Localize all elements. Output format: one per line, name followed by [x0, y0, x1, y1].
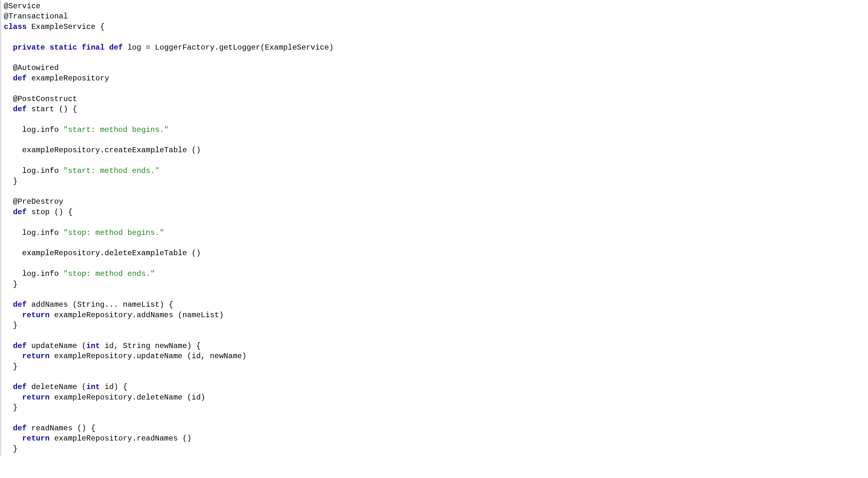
- brace-close: }: [13, 177, 18, 186]
- deletename-mid: id) {: [100, 383, 127, 391]
- keyword-def: def: [13, 300, 27, 309]
- annotation-predestroy: @PreDestroy: [13, 197, 63, 206]
- keyword-def: def: [13, 342, 27, 350]
- keyword-class: class: [4, 23, 27, 31]
- code-block: @Service @Transactional class ExampleSer…: [0, 0, 868, 455]
- keyword-int: int: [86, 342, 100, 350]
- readnames-signature: readNames () {: [31, 424, 95, 433]
- keyword-return: return: [22, 393, 50, 402]
- keyword-private: private: [13, 43, 45, 52]
- stop-log1-call: log.info: [22, 228, 64, 237]
- stop-log2-call: log.info: [22, 269, 64, 278]
- keyword-return: return: [22, 352, 50, 360]
- start-log2-call: log.info: [22, 166, 64, 175]
- keyword-static: static: [50, 43, 77, 52]
- class-name: ExampleService: [31, 23, 95, 31]
- brace-close: }: [13, 403, 18, 412]
- addnames-return: exampleRepository.addNames (nameList): [50, 311, 223, 319]
- start-signature: start () {: [31, 105, 77, 114]
- stop-log2-string: "stop: method ends.": [63, 269, 155, 278]
- updatename-return: exampleRepository.updateName (id, newNam…: [50, 352, 246, 360]
- stop-body: exampleRepository.deleteExampleTable (): [22, 249, 201, 257]
- keyword-int: int: [86, 383, 100, 391]
- annotation-autowired: @Autowired: [13, 64, 59, 72]
- stop-signature: stop () {: [31, 208, 72, 217]
- keyword-def: def: [13, 74, 27, 83]
- start-log2-string: "start: method ends.": [63, 166, 159, 175]
- log-declaration: log = LoggerFactory.getLogger(ExampleSer…: [127, 43, 334, 52]
- start-log1-string: "start: method begins.": [63, 126, 168, 134]
- addnames-signature: addNames (String... nameList) {: [31, 300, 173, 309]
- keyword-def: def: [13, 105, 27, 114]
- start-log1-call: log.info: [22, 126, 64, 134]
- brace-close: }: [13, 362, 18, 371]
- brace-open: {: [100, 23, 104, 31]
- annotation-transactional: @Transactional: [4, 12, 68, 21]
- brace-close: }: [13, 321, 18, 329]
- deletename-pre: deleteName (: [31, 383, 86, 391]
- updatename-pre: updateName (: [31, 342, 86, 350]
- deletename-return: exampleRepository.deleteName (id): [50, 393, 206, 402]
- start-body: exampleRepository.createExampleTable (): [22, 146, 201, 155]
- keyword-def: def: [13, 424, 27, 433]
- keyword-return: return: [22, 311, 50, 319]
- keyword-def: def: [13, 208, 27, 217]
- annotation-service: @Service: [4, 2, 40, 10]
- stop-log1-string: "stop: method begins.": [63, 228, 164, 237]
- repo-field: exampleRepository: [31, 74, 109, 83]
- annotation-postconstruct: @PostConstruct: [13, 95, 77, 103]
- readnames-return: exampleRepository.readNames (): [50, 434, 191, 443]
- keyword-def: def: [13, 383, 27, 391]
- keyword-return: return: [22, 434, 50, 443]
- keyword-final: final: [82, 43, 104, 52]
- brace-close: }: [13, 445, 18, 453]
- updatename-mid: id, String newName) {: [100, 342, 200, 350]
- keyword-def: def: [109, 43, 123, 52]
- brace-close: }: [13, 280, 18, 289]
